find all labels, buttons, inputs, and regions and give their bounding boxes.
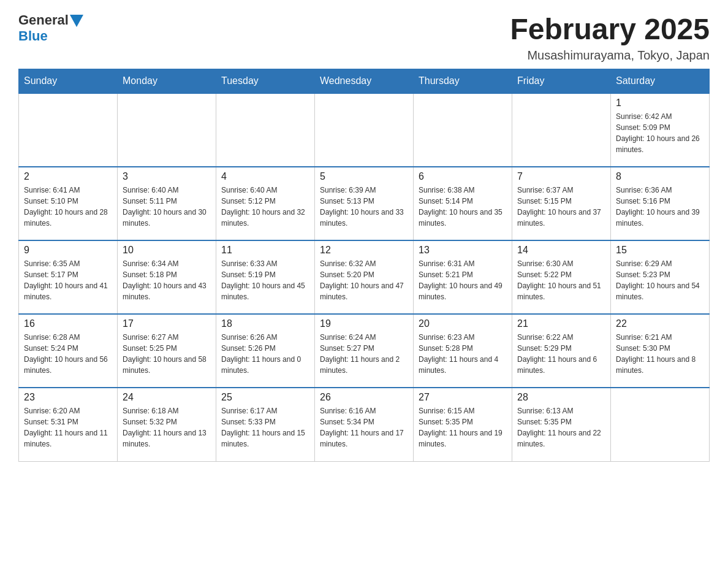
day-number: 6 xyxy=(419,171,507,182)
day-info: Sunrise: 6:28 AMSunset: 5:24 PMDaylight:… xyxy=(24,332,112,376)
day-number: 20 xyxy=(419,318,507,329)
calendar-cell: 26Sunrise: 6:16 AMSunset: 5:34 PMDayligh… xyxy=(315,388,414,461)
day-info: Sunrise: 6:34 AMSunset: 5:18 PMDaylight:… xyxy=(123,258,211,302)
day-info: Sunrise: 6:33 AMSunset: 5:19 PMDaylight:… xyxy=(221,258,309,302)
day-info: Sunrise: 6:29 AMSunset: 5:23 PMDaylight:… xyxy=(616,258,704,302)
day-info: Sunrise: 6:32 AMSunset: 5:20 PMDaylight:… xyxy=(320,258,408,302)
day-number: 22 xyxy=(616,318,704,329)
weekday-header-row: Sunday Monday Tuesday Wednesday Thursday… xyxy=(19,69,710,94)
calendar-cell xyxy=(19,93,118,167)
day-info: Sunrise: 6:40 AMSunset: 5:11 PMDaylight:… xyxy=(123,185,211,229)
calendar-cell: 5Sunrise: 6:39 AMSunset: 5:13 PMDaylight… xyxy=(315,167,414,240)
day-number: 2 xyxy=(24,171,112,182)
day-number: 11 xyxy=(221,245,309,256)
calendar-body: 1Sunrise: 6:42 AMSunset: 5:09 PMDaylight… xyxy=(19,93,710,461)
day-number: 15 xyxy=(616,245,704,256)
day-number: 16 xyxy=(24,318,112,329)
day-number: 8 xyxy=(616,171,704,182)
calendar-cell: 16Sunrise: 6:28 AMSunset: 5:24 PMDayligh… xyxy=(19,314,118,388)
day-number: 19 xyxy=(320,318,408,329)
calendar-cell: 14Sunrise: 6:30 AMSunset: 5:22 PMDayligh… xyxy=(512,240,611,314)
day-number: 9 xyxy=(24,245,112,256)
day-info: Sunrise: 6:41 AMSunset: 5:10 PMDaylight:… xyxy=(24,185,112,229)
calendar-cell: 21Sunrise: 6:22 AMSunset: 5:29 PMDayligh… xyxy=(512,314,611,388)
day-info: Sunrise: 6:18 AMSunset: 5:32 PMDaylight:… xyxy=(123,405,211,450)
calendar-cell xyxy=(118,93,216,167)
calendar-cell: 9Sunrise: 6:35 AMSunset: 5:17 PMDaylight… xyxy=(19,240,118,314)
day-number: 4 xyxy=(221,171,309,182)
day-number: 17 xyxy=(123,318,211,329)
calendar-cell xyxy=(315,93,414,167)
day-number: 18 xyxy=(221,318,309,329)
day-info: Sunrise: 6:38 AMSunset: 5:14 PMDaylight:… xyxy=(419,185,507,229)
day-number: 1 xyxy=(616,98,704,109)
header-sunday: Sunday xyxy=(19,69,118,94)
day-info: Sunrise: 6:22 AMSunset: 5:29 PMDaylight:… xyxy=(517,332,605,376)
calendar-cell: 11Sunrise: 6:33 AMSunset: 5:19 PMDayligh… xyxy=(216,240,315,314)
day-number: 25 xyxy=(221,392,309,403)
calendar-cell: 28Sunrise: 6:13 AMSunset: 5:35 PMDayligh… xyxy=(512,388,611,461)
day-info: Sunrise: 6:13 AMSunset: 5:35 PMDaylight:… xyxy=(517,405,605,450)
calendar-cell: 19Sunrise: 6:24 AMSunset: 5:27 PMDayligh… xyxy=(315,314,414,388)
day-number: 26 xyxy=(320,392,408,403)
calendar-cell: 3Sunrise: 6:40 AMSunset: 5:11 PMDaylight… xyxy=(118,167,216,240)
calendar-cell: 25Sunrise: 6:17 AMSunset: 5:33 PMDayligh… xyxy=(216,388,315,461)
calendar-cell: 12Sunrise: 6:32 AMSunset: 5:20 PMDayligh… xyxy=(315,240,414,314)
title-block: February 2025 Musashimurayama, Tokyo, Ja… xyxy=(510,12,710,63)
calendar-cell: 18Sunrise: 6:26 AMSunset: 5:26 PMDayligh… xyxy=(216,314,315,388)
day-info: Sunrise: 6:23 AMSunset: 5:28 PMDaylight:… xyxy=(419,332,507,376)
day-info: Sunrise: 6:42 AMSunset: 5:09 PMDaylight:… xyxy=(616,111,704,155)
calendar-cell: 20Sunrise: 6:23 AMSunset: 5:28 PMDayligh… xyxy=(414,314,512,388)
calendar-week-3: 9Sunrise: 6:35 AMSunset: 5:17 PMDaylight… xyxy=(19,240,710,314)
day-number: 12 xyxy=(320,245,408,256)
day-info: Sunrise: 6:37 AMSunset: 5:15 PMDaylight:… xyxy=(517,185,605,229)
calendar-cell: 6Sunrise: 6:38 AMSunset: 5:14 PMDaylight… xyxy=(414,167,512,240)
calendar-cell: 10Sunrise: 6:34 AMSunset: 5:18 PMDayligh… xyxy=(118,240,216,314)
calendar-cell: 23Sunrise: 6:20 AMSunset: 5:31 PMDayligh… xyxy=(19,388,118,461)
calendar-cell xyxy=(414,93,512,167)
calendar-cell: 24Sunrise: 6:18 AMSunset: 5:32 PMDayligh… xyxy=(118,388,216,461)
page-header: General Blue February 2025 Musashimuraya… xyxy=(18,12,710,63)
day-info: Sunrise: 6:31 AMSunset: 5:21 PMDaylight:… xyxy=(419,258,507,302)
day-number: 14 xyxy=(517,245,605,256)
calendar-cell xyxy=(611,388,710,461)
day-number: 24 xyxy=(123,392,211,403)
logo-arrow-icon xyxy=(70,15,83,27)
calendar-cell: 22Sunrise: 6:21 AMSunset: 5:30 PMDayligh… xyxy=(611,314,710,388)
day-info: Sunrise: 6:36 AMSunset: 5:16 PMDaylight:… xyxy=(616,185,704,229)
day-info: Sunrise: 6:30 AMSunset: 5:22 PMDaylight:… xyxy=(517,258,605,302)
calendar-table: Sunday Monday Tuesday Wednesday Thursday… xyxy=(18,69,710,462)
calendar-title: February 2025 xyxy=(510,12,710,46)
day-info: Sunrise: 6:21 AMSunset: 5:30 PMDaylight:… xyxy=(616,332,704,376)
day-info: Sunrise: 6:39 AMSunset: 5:13 PMDaylight:… xyxy=(320,185,408,229)
calendar-week-5: 23Sunrise: 6:20 AMSunset: 5:31 PMDayligh… xyxy=(19,388,710,461)
day-number: 23 xyxy=(24,392,112,403)
calendar-cell: 27Sunrise: 6:15 AMSunset: 5:35 PMDayligh… xyxy=(414,388,512,461)
day-info: Sunrise: 6:24 AMSunset: 5:27 PMDaylight:… xyxy=(320,332,408,376)
header-monday: Monday xyxy=(118,69,216,94)
day-number: 5 xyxy=(320,171,408,182)
calendar-cell: 8Sunrise: 6:36 AMSunset: 5:16 PMDaylight… xyxy=(611,167,710,240)
calendar-week-2: 2Sunrise: 6:41 AMSunset: 5:10 PMDaylight… xyxy=(19,167,710,240)
calendar-week-1: 1Sunrise: 6:42 AMSunset: 5:09 PMDaylight… xyxy=(19,93,710,167)
header-wednesday: Wednesday xyxy=(315,69,414,94)
calendar-cell: 4Sunrise: 6:40 AMSunset: 5:12 PMDaylight… xyxy=(216,167,315,240)
day-number: 3 xyxy=(123,171,211,182)
calendar-cell: 13Sunrise: 6:31 AMSunset: 5:21 PMDayligh… xyxy=(414,240,512,314)
day-info: Sunrise: 6:40 AMSunset: 5:12 PMDaylight:… xyxy=(221,185,309,229)
day-info: Sunrise: 6:27 AMSunset: 5:25 PMDaylight:… xyxy=(123,332,211,376)
header-friday: Friday xyxy=(512,69,611,94)
day-number: 21 xyxy=(517,318,605,329)
logo-general: General xyxy=(18,12,69,28)
day-info: Sunrise: 6:20 AMSunset: 5:31 PMDaylight:… xyxy=(24,405,112,450)
calendar-cell: 1Sunrise: 6:42 AMSunset: 5:09 PMDaylight… xyxy=(611,93,710,167)
header-tuesday: Tuesday xyxy=(216,69,315,94)
day-number: 7 xyxy=(517,171,605,182)
calendar-cell: 17Sunrise: 6:27 AMSunset: 5:25 PMDayligh… xyxy=(118,314,216,388)
svg-marker-0 xyxy=(70,15,83,27)
day-info: Sunrise: 6:17 AMSunset: 5:33 PMDaylight:… xyxy=(221,405,309,450)
day-info: Sunrise: 6:15 AMSunset: 5:35 PMDaylight:… xyxy=(419,405,507,450)
day-info: Sunrise: 6:35 AMSunset: 5:17 PMDaylight:… xyxy=(24,258,112,302)
calendar-cell: 2Sunrise: 6:41 AMSunset: 5:10 PMDaylight… xyxy=(19,167,118,240)
calendar-cell xyxy=(216,93,315,167)
